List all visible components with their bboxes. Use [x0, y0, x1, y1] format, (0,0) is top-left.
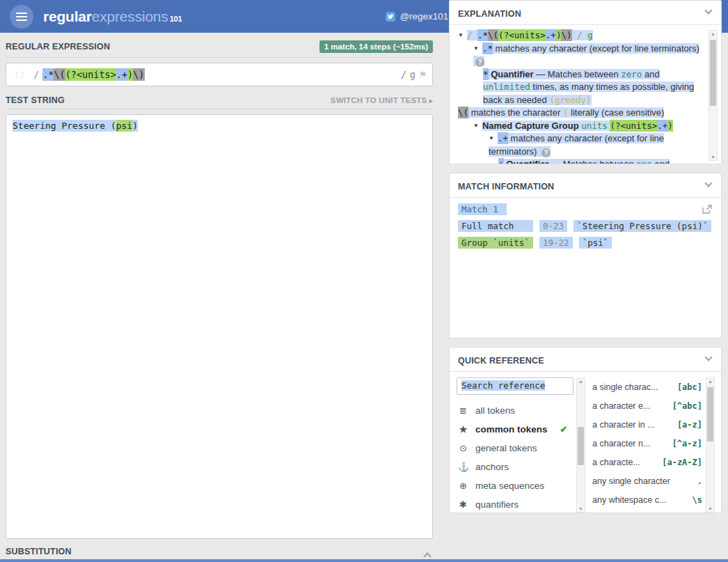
collapse-arrow-icon[interactable]: ▼ — [473, 45, 479, 52]
explanation-segment: Quantifier — [504, 159, 549, 164]
explanation-line: ▼.* matches any character (except for li… — [458, 42, 703, 68]
explanation-line-text: .* matches any character (except for lin… — [473, 43, 699, 67]
regex-close-delimiter: / — [401, 69, 406, 80]
category-label: anchors — [475, 462, 509, 472]
match-highlight: Steering Pressure ( — [13, 120, 116, 132]
explanation-segment: ) — [667, 120, 673, 132]
category-item-all-tokens[interactable]: ≣all tokens — [458, 401, 569, 420]
substitution-header[interactable]: SUBSTITUTION — [6, 545, 433, 561]
reference-entry-code: [^abc] — [672, 401, 702, 411]
switch-to-unit-tests-link[interactable]: SWITCH TO UNIT TESTS ▸ — [331, 96, 433, 104]
explanation-segment: matches any character (except for line t… — [493, 43, 699, 54]
regex-open-delimiter: / — [33, 69, 39, 80]
scrollbar-thumb[interactable] — [710, 40, 716, 106]
scroll-up-arrow[interactable]: ▲ — [706, 379, 714, 384]
match-information-header: MATCH INFORMATION — [450, 173, 721, 198]
explanation-segment: zero — [621, 69, 642, 79]
reference-entry-label: any whitespace c... — [592, 495, 666, 505]
triangle-right-icon: ▸ — [429, 97, 433, 104]
category-item-general-tokens[interactable]: ⊙general tokens — [458, 439, 569, 458]
match-1-label: Match 1 — [458, 203, 507, 215]
scroll-up-arrow[interactable]: ▲ — [577, 379, 585, 384]
scroll-down-arrow[interactable]: ▼ — [577, 506, 585, 511]
match-steps-badge: 1 match, 14 steps (~152ms) — [319, 40, 433, 53]
export-matches-icon[interactable] — [702, 205, 713, 216]
match-row-range: 0-23 — [539, 220, 567, 232]
reference-entry-code: . — [697, 476, 702, 486]
explanation-line-text: + Quantifier — Matches between one and — [498, 159, 670, 164]
explanation-segment: Named Capture Group — [482, 120, 581, 131]
regex-token: \) — [133, 68, 144, 81]
match-information-title: MATCH INFORMATION — [458, 182, 554, 192]
reference-list-scrollbar[interactable]: ▲ ▼ — [706, 377, 715, 513]
test-string-input[interactable]: Steering Pressure (psi) — [6, 114, 433, 539]
stack-icon: ≣ — [458, 405, 468, 416]
category-item-meta-sequences[interactable]: ⊕meta sequences — [458, 476, 569, 495]
chevron-down-icon[interactable] — [704, 6, 712, 14]
help-icon[interactable]: ? — [475, 58, 484, 67]
explanation-segment: (greedy) — [549, 95, 591, 105]
collapse-arrow-icon[interactable]: ▼ — [489, 135, 494, 141]
explanation-line-text: / .*\((?<units>.+)\) / g — [467, 30, 593, 40]
regex-token: .* — [42, 68, 54, 81]
substitution-title: SUBSTITUTION — [6, 547, 72, 556]
reference-entry-code: \s — [693, 495, 702, 505]
explanation-line: ▼.+ matches any character (except for li… — [458, 132, 703, 158]
reference-entry-label: a single charac... — [592, 382, 658, 392]
reference-entry-label: a character n... — [592, 439, 650, 448]
reference-entry[interactable]: a character n...[^a-z] — [592, 434, 702, 453]
match-row-value: `psi` — [579, 237, 612, 249]
test-string-text: Steering Pressure (psi) — [13, 120, 138, 132]
category-item-anchors[interactable]: ⚓anchors — [458, 458, 569, 476]
flags-menu-icon[interactable]: ⚑ — [420, 68, 426, 81]
explanation-segment: * — [483, 68, 489, 80]
group-highlight: psi — [116, 120, 132, 132]
category-label: general tokens — [475, 443, 537, 453]
reference-search-input[interactable]: Search reference — [457, 377, 573, 395]
reference-entry[interactable]: a character e...[^abc] — [592, 396, 702, 415]
reference-entry[interactable]: any single character. — [592, 471, 702, 490]
match-information-body: Match 1 Full match0-23`Steering Pressure… — [450, 198, 721, 259]
help-icon[interactable]: ? — [541, 148, 551, 157]
scrollbar-thumb[interactable] — [707, 387, 713, 442]
explanation-panel-header: EXPLANATION — [450, 1, 721, 25]
category-list-scrollbar[interactable]: ▲ ▼ — [576, 377, 585, 513]
category-label: all tokens — [475, 405, 515, 416]
explanation-segment: and — [642, 69, 659, 79]
reference-entry[interactable]: a characte...[a-zA-Z] — [592, 453, 702, 471]
explanation-scrollbar[interactable]: ▲ ▼ — [709, 30, 718, 161]
explanation-line: ▼Named Capture Group units (?<units>.+) — [458, 120, 703, 133]
explanation-line: ▼/ .*\((?<units>.+)\) / g — [458, 29, 703, 42]
explanation-segment: literally (case sensitive) — [568, 107, 664, 118]
chevron-down-icon[interactable] — [704, 179, 712, 187]
hamburger-menu-button[interactable] — [10, 5, 33, 29]
footer-edge — [0, 559, 728, 562]
collapse-arrow-icon[interactable]: ▼ — [473, 123, 479, 129]
reference-entry[interactable]: any whitespace c...\s — [592, 490, 702, 509]
explanation-segment: matches the character — [468, 107, 563, 118]
regex-input[interactable]: ⋮⋮ / .*\((?<units>.+)\) / g ⚑ — [6, 63, 433, 86]
chevron-down-icon[interactable] — [704, 353, 712, 361]
regex-section-header: REGULAR EXPRESSION 1 match, 14 steps (~1… — [6, 40, 433, 58]
explanation-line-text: .+ matches any character (except for lin… — [489, 133, 664, 157]
check-icon: ✔ — [560, 424, 568, 435]
regex-flags[interactable]: g — [410, 69, 416, 80]
explanation-segment: one — [636, 159, 652, 164]
twitter-icon — [386, 12, 395, 22]
scrollbar-thumb[interactable] — [578, 427, 584, 465]
category-item-common-tokens[interactable]: ★common tokens✔ — [458, 420, 569, 439]
reference-entry-label: any single character — [592, 476, 670, 486]
scroll-down-arrow[interactable]: ▼ — [706, 506, 714, 511]
nav-link--regex101[interactable]: @regex101 — [386, 11, 448, 22]
collapse-arrow-icon[interactable]: ▼ — [458, 32, 464, 38]
explanation-segment: — Matches between — [534, 69, 622, 79]
reference-entry-label: a characte... — [592, 458, 640, 467]
reference-entry[interactable]: a character in ...[a-z] — [592, 415, 702, 434]
drag-handle-icon[interactable]: ⋮⋮ — [13, 70, 25, 79]
regex-token: \( — [54, 68, 65, 81]
match-row-label: Full match — [458, 220, 533, 232]
reference-entry[interactable]: a single charac...[abc] — [592, 377, 702, 396]
scroll-down-arrow[interactable]: ▼ — [709, 155, 717, 159]
category-item-quantifiers[interactable]: ✱quantifiers — [458, 495, 569, 514]
scroll-up-arrow[interactable]: ▲ — [709, 31, 717, 36]
